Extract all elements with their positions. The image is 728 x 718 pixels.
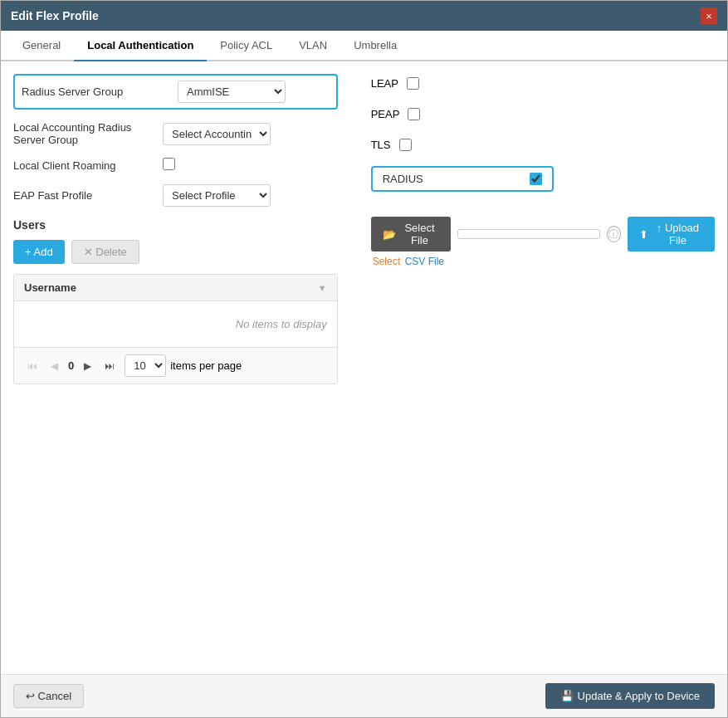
users-title: Users <box>13 218 338 232</box>
next-page-button[interactable]: ▶ <box>81 359 95 374</box>
local-accounting-wrap: Select Accounting S... <box>163 123 338 145</box>
eap-fast-profile-row: EAP Fast Profile Select Profile <box>13 184 338 207</box>
cancel-button[interactable]: ↩ Cancel <box>13 684 84 708</box>
csv-row: Select CSV File <box>373 255 715 267</box>
column-chevron-icon: ▼ <box>318 283 327 293</box>
table-header: Username ▼ <box>14 275 337 301</box>
modal: Edit Flex Profile × General Local Authen… <box>0 0 728 718</box>
close-button[interactable]: × <box>701 7 717 24</box>
modal-footer: ↩ Cancel 💾 Update & Apply to Device <box>1 674 727 717</box>
add-button[interactable]: + Add <box>13 240 65 264</box>
prev-page-button[interactable]: ◀ <box>47 359 61 374</box>
leap-row: LEAP <box>371 74 715 93</box>
upload-icon: ⬆ <box>639 228 648 241</box>
leap-checkbox[interactable] <box>407 77 419 90</box>
tab-umbrella[interactable]: Umbrella <box>340 31 410 61</box>
local-accounting-row: Local Accounting Radius Server Group Sel… <box>13 121 338 146</box>
eap-fast-profile-select[interactable]: Select Profile <box>163 184 271 207</box>
radius-checkbox[interactable] <box>530 173 542 185</box>
local-client-roaming-row: Local Client Roaming <box>13 158 338 173</box>
users-section: Users + Add ✕ Delete Username ▼ No items… <box>13 218 338 384</box>
content-columns: Radius Server Group AmmISE Local Account… <box>13 74 715 384</box>
delete-button[interactable]: ✕ Delete <box>71 240 139 264</box>
items-per-page-select[interactable]: 10 25 50 <box>125 354 166 377</box>
tls-checkbox[interactable] <box>399 139 412 151</box>
items-per-page-label: items per page <box>170 359 242 372</box>
save-icon: 💾 <box>560 690 574 702</box>
csv-file-link[interactable]: CSV File <box>405 256 444 267</box>
items-per-page-control: 10 25 50 items per page <box>125 354 242 377</box>
local-client-roaming-checkbox[interactable] <box>163 158 175 170</box>
tab-vlan[interactable]: VLAN <box>286 31 340 61</box>
radius-server-group-row: Radius Server Group AmmISE <box>13 74 338 110</box>
peap-label: PEAP <box>371 108 400 120</box>
table-empty-message: No items to display <box>14 301 337 347</box>
peap-checkbox[interactable] <box>408 108 420 120</box>
select-file-button[interactable]: 📂 Select File <box>371 217 452 252</box>
peap-row: PEAP <box>371 105 715 124</box>
radius-row: RADIUS <box>371 166 554 192</box>
right-column: LEAP PEAP TLS RADIUS <box>371 74 715 384</box>
local-client-roaming-label: Local Client Roaming <box>13 159 163 172</box>
info-icon[interactable]: ⓘ <box>607 226 621 242</box>
upload-label: ↑ Upload File <box>652 222 703 247</box>
radius-server-group-select[interactable]: AmmISE <box>178 81 286 103</box>
upload-file-button[interactable]: ⬆ ↑ Upload File <box>628 217 715 252</box>
eap-fast-profile-label: EAP Fast Profile <box>13 189 163 202</box>
radius-label: RADIUS <box>383 173 423 185</box>
update-apply-label: Update & Apply to Device <box>578 690 700 702</box>
tab-local-authentication[interactable]: Local Authentication <box>74 31 207 61</box>
users-action-bar: + Add ✕ Delete <box>13 240 338 264</box>
local-accounting-label: Local Accounting Radius Server Group <box>13 121 163 146</box>
file-name-display <box>457 229 599 239</box>
last-page-button[interactable]: ⏭ <box>101 359 118 374</box>
local-client-roaming-wrap <box>163 158 338 173</box>
modal-header: Edit Flex Profile × <box>1 1 727 31</box>
pagination-bar: ⏮ ◀ 0 ▶ ⏭ 10 25 50 items <box>14 347 337 383</box>
tls-row: TLS <box>371 135 715 154</box>
username-column-header: Username <box>24 281 76 294</box>
tls-label: TLS <box>371 139 391 151</box>
tab-general[interactable]: General <box>9 31 74 61</box>
first-page-button[interactable]: ⏮ <box>24 359 41 374</box>
leap-label: LEAP <box>371 77 398 90</box>
tab-policy-acl[interactable]: Policy ACL <box>207 31 286 61</box>
modal-title: Edit Flex Profile <box>11 9 99 22</box>
select-file-label: Select File <box>400 222 440 247</box>
file-bar: 📂 Select File ⓘ ⬆ ↑ Upload File <box>371 217 715 252</box>
radius-server-group-label: Radius Server Group <box>22 85 171 98</box>
local-accounting-select[interactable]: Select Accounting S... <box>163 123 271 145</box>
users-table: Username ▼ No items to display ⏮ ◀ 0 ▶ ⏭ <box>13 274 338 384</box>
tabs-bar: General Local Authentication Policy ACL … <box>1 31 727 61</box>
update-apply-button[interactable]: 💾 Update & Apply to Device <box>545 683 715 709</box>
csv-select-label: Select <box>373 256 400 267</box>
eap-fast-profile-wrap: Select Profile <box>163 184 338 207</box>
file-upload-section: 📂 Select File ⓘ ⬆ ↑ Upload File Select C… <box>371 217 715 267</box>
left-column: Radius Server Group AmmISE Local Account… <box>13 74 338 384</box>
current-page: 0 <box>68 359 74 372</box>
modal-body: Radius Server Group AmmISE Local Account… <box>1 61 727 674</box>
folder-icon: 📂 <box>383 228 396 241</box>
